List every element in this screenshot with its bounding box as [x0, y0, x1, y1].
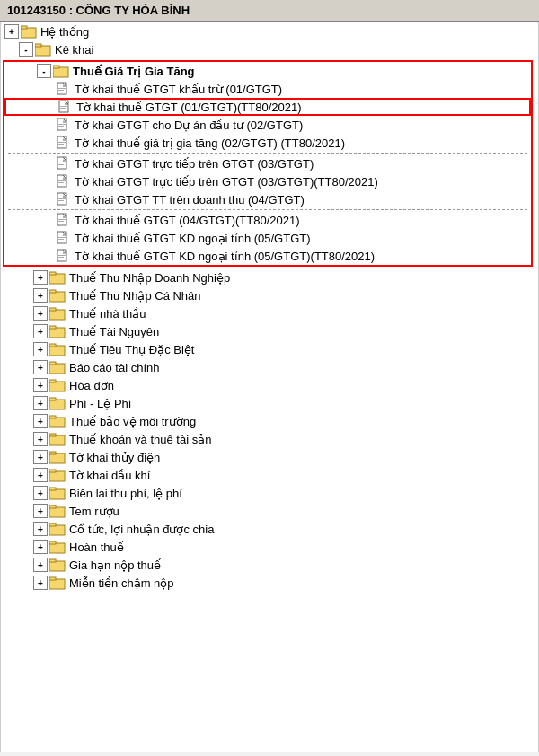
tree-node-item2[interactable]: Tờ khai thuế GTGT (01/GTGT)(TT80/2021) — [4, 98, 531, 116]
tree-node-tem-ruou[interactable]: + Tem rượu — [1, 502, 538, 520]
tree-node-thue-nha-thau[interactable]: + Thuế nhà thầu — [1, 304, 538, 322]
bien-lai-label: Biên lai thu phí, lệ phí — [69, 487, 182, 500]
item4-label: Tờ khai thuế giá trị gia tăng (02/GTGT) … — [75, 136, 345, 150]
tree-node-item9[interactable]: Tờ khai thuế GTGT KD ngoại tỉnh (05/GTGT… — [4, 229, 531, 247]
tree-node-thue-thu-nhap-dn[interactable]: + Thuế Thu Nhập Doanh Nghiệp — [1, 268, 538, 286]
thue-cn-label: Thuế Thu Nhập Cá Nhân — [69, 289, 201, 303]
svg-rect-57 — [49, 452, 56, 454]
tree-node-thue-ttdb[interactable]: + Thuế Tiêu Thụ Đặc Biệt — [1, 340, 538, 358]
tree-node-thuy-dien[interactable]: + Tờ khai thủy điện — [1, 448, 538, 466]
tree-node-he-thong[interactable]: + Hệ thống — [1, 22, 538, 40]
svg-rect-0 — [21, 28, 36, 38]
svg-rect-8 — [58, 90, 64, 91]
tree-node-item4[interactable]: Tờ khai thuế giá trị gia tăng (02/GTGT) … — [4, 134, 531, 152]
tree-node-bao-cao-tc[interactable]: + Báo cáo tài chính — [1, 358, 538, 376]
item7-label: Tờ khai GTGT TT trên doanh thu (04/GTGT) — [75, 193, 305, 207]
svg-rect-29 — [58, 221, 64, 222]
tree-container[interactable]: + Hệ thống - Kê khai - — [0, 22, 539, 752]
doc-icon-item2 — [57, 100, 73, 114]
tree-node-co-tuc[interactable]: + Cổ tức, lợi nhuận được chia — [1, 520, 538, 538]
tree-node-thue-bv-mt[interactable]: + Thuế bảo vệ môi trường — [1, 412, 538, 430]
doc-icon-item1 — [55, 82, 71, 96]
svg-rect-3 — [35, 44, 41, 47]
svg-rect-66 — [49, 543, 65, 553]
bvmt-label: Thuế bảo vệ môi trường — [69, 415, 196, 428]
tree-node-phi-le-phi[interactable]: + Phí - Lệ Phí — [1, 394, 538, 412]
co-tuc-label: Cổ tức, lợi nhuận được chia — [69, 523, 214, 536]
svg-rect-67 — [49, 541, 56, 544]
expander-thuy-dien[interactable]: + — [33, 450, 48, 464]
svg-rect-38 — [49, 292, 65, 302]
svg-rect-10 — [60, 106, 67, 107]
folder-icon-hoa-don — [49, 378, 66, 392]
expander-khoan[interactable]: + — [33, 432, 48, 446]
ke-khai-label: Kê khai — [55, 43, 93, 57]
expander-thue-nt[interactable]: + — [33, 306, 48, 321]
expander-bctc[interactable]: + — [33, 360, 48, 374]
expander-phi[interactable]: + — [33, 396, 48, 410]
svg-rect-50 — [49, 400, 65, 409]
tree-node-item8[interactable]: Tờ khai thuế GTGT (04/GTGT)(TT80/2021) — [4, 211, 531, 229]
tree-node-gia-han[interactable]: + Gia hạn nộp thuế — [1, 556, 538, 574]
item5-label: Tờ khai GTGT trực tiếp trên GTGT (03/GTG… — [75, 157, 314, 171]
tree-node-mien-tien[interactable]: + Miễn tiền chậm nộp — [1, 574, 538, 592]
tree-node-thue-tai-nguyen[interactable]: + Thuế Tài Nguyên — [1, 322, 538, 340]
tree-node-item7[interactable]: Tờ khai GTGT TT trên doanh thu (04/GTGT) — [4, 190, 531, 208]
folder-icon-thue-cn — [49, 288, 66, 303]
folder-icon-co-tuc — [49, 522, 66, 536]
svg-rect-69 — [49, 559, 56, 562]
tree-node-item1[interactable]: Tờ khai thuế GTGT khấu trừ (01/GTGT) — [4, 80, 531, 98]
tree-node-item10[interactable]: Tờ khai thuế GTGT KD ngoại tỉnh (05/GTGT… — [4, 247, 531, 265]
phi-label: Phí - Lệ Phí — [69, 397, 131, 410]
svg-rect-25 — [58, 198, 66, 199]
svg-rect-34 — [58, 255, 66, 256]
svg-rect-41 — [49, 308, 56, 311]
expander-he-thong[interactable]: + — [4, 24, 19, 39]
folder-icon-bien-lai — [49, 486, 66, 500]
tree-node-gtgt-header[interactable]: - Thuế Giá Trị Gia Tăng — [4, 62, 531, 80]
svg-rect-55 — [49, 434, 56, 436]
tree-node-dau-khi[interactable]: + Tờ khai dầu khí — [1, 466, 538, 484]
item9-label: Tờ khai thuế GTGT KD ngoại tỉnh (05/GTGT… — [75, 232, 311, 245]
tree-node-thue-thu-nhap-cn[interactable]: + Thuế Thu Nhập Cá Nhân — [1, 286, 538, 304]
expander-ke-khai[interactable]: - — [19, 42, 33, 57]
svg-rect-48 — [49, 382, 65, 391]
expander-hoan-thue[interactable]: + — [33, 540, 48, 554]
tree-node-item6[interactable]: Tờ khai GTGT trực tiếp trên GTGT (03/GTG… — [4, 172, 531, 190]
tree-node-item3[interactable]: Tờ khai GTGT cho Dự án đầu tư (02/GTGT) — [4, 116, 531, 134]
tree-node-ke-khai[interactable]: - Kê khai — [1, 40, 538, 58]
expander-bien-lai[interactable]: + — [33, 486, 48, 500]
svg-rect-40 — [49, 310, 65, 320]
svg-rect-16 — [58, 142, 66, 143]
folder-icon-thue-nt — [49, 306, 66, 321]
expander-hoa-don[interactable]: + — [33, 378, 48, 392]
expander-gia-han[interactable]: + — [33, 558, 48, 572]
svg-rect-44 — [49, 346, 65, 356]
expander-thue-cn[interactable]: + — [33, 288, 48, 303]
expander-thue-dn[interactable]: + — [33, 270, 48, 285]
expander-mien-tien[interactable]: + — [33, 576, 48, 590]
svg-rect-2 — [35, 46, 50, 56]
tree-node-item5[interactable]: Tờ khai GTGT trực tiếp trên GTGT (03/GTG… — [4, 154, 531, 172]
expander-co-tuc[interactable]: + — [33, 522, 48, 536]
expander-tem-ruou[interactable]: + — [33, 504, 48, 518]
svg-rect-32 — [58, 239, 64, 240]
expander-thue-tn[interactable]: + — [33, 324, 48, 338]
expander-dau-khi[interactable]: + — [33, 468, 48, 482]
he-thong-label: Hệ thống — [40, 25, 89, 39]
svg-rect-35 — [58, 257, 64, 258]
tree-node-bien-lai[interactable]: + Biên lai thu phí, lệ phí — [1, 484, 538, 502]
svg-rect-70 — [49, 579, 65, 589]
svg-rect-1 — [21, 26, 27, 29]
item10-label: Tờ khai thuế GTGT KD ngoại tỉnh (05/GTGT… — [75, 250, 375, 263]
gtgt-section-box: - Thuế Giá Trị Gia Tăng Tờ khai thuế GTG… — [3, 60, 533, 267]
expander-thue-ttdb[interactable]: + — [33, 342, 48, 356]
expander-bvmt[interactable]: + — [33, 414, 48, 428]
tree-node-thue-khoan[interactable]: + Thuế khoán và thuê tài sản — [1, 430, 538, 448]
tree-node-hoan-thue[interactable]: + Hoàn thuế — [1, 538, 538, 556]
tree-node-hoa-don[interactable]: + Hóa đơn — [1, 376, 538, 394]
expander-gtgt[interactable]: - — [37, 64, 51, 78]
svg-rect-56 — [49, 453, 65, 463]
svg-rect-71 — [49, 577, 56, 580]
folder-icon-gia-han — [49, 558, 66, 572]
